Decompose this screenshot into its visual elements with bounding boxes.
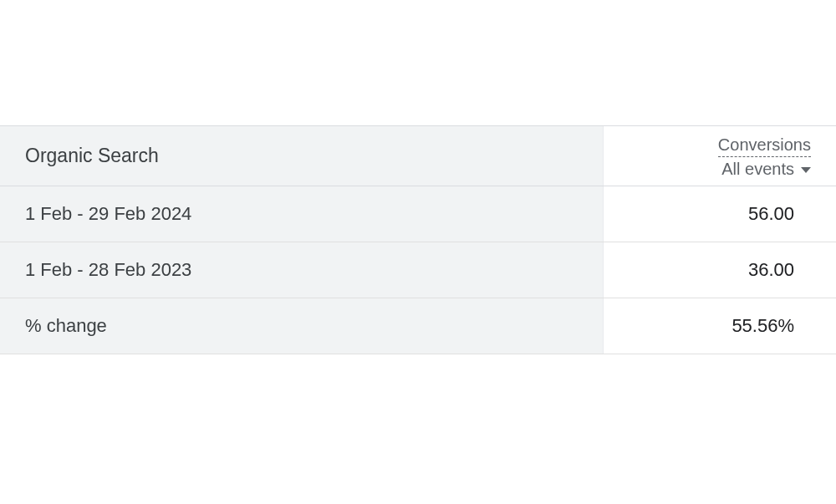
table-row: 1 Feb - 29 Feb 2024 56.00 — [0, 186, 836, 242]
row-label: 1 Feb - 28 Feb 2023 — [25, 259, 191, 281]
dimension-header-label: Organic Search — [25, 145, 159, 167]
row-label: % change — [25, 315, 107, 337]
comparison-table: Organic Search Conversions All events 1 … — [0, 125, 836, 354]
table-row: % change 55.56% — [0, 298, 836, 354]
row-label-cell: 1 Feb - 29 Feb 2024 — [0, 186, 604, 242]
row-value: 55.56% — [732, 315, 794, 337]
row-value: 36.00 — [748, 259, 794, 281]
metric-header-cell: Conversions All events — [604, 126, 836, 186]
row-value-cell: 56.00 — [604, 186, 836, 242]
table-header-row: Organic Search Conversions All events — [0, 125, 836, 186]
row-value-cell: 36.00 — [604, 242, 836, 298]
dimension-header-cell[interactable]: Organic Search — [0, 126, 604, 186]
row-label-cell: % change — [0, 298, 604, 354]
row-label-cell: 1 Feb - 28 Feb 2023 — [0, 242, 604, 298]
row-label: 1 Feb - 29 Feb 2024 — [25, 203, 191, 225]
metric-event-dropdown[interactable]: All events — [721, 160, 811, 179]
metric-header-label[interactable]: Conversions — [718, 135, 811, 157]
chevron-down-icon — [801, 167, 811, 173]
table-row: 1 Feb - 28 Feb 2023 36.00 — [0, 242, 836, 298]
metric-dropdown-label: All events — [721, 160, 794, 179]
row-value-cell: 55.56% — [604, 298, 836, 354]
row-value: 56.00 — [748, 203, 794, 225]
